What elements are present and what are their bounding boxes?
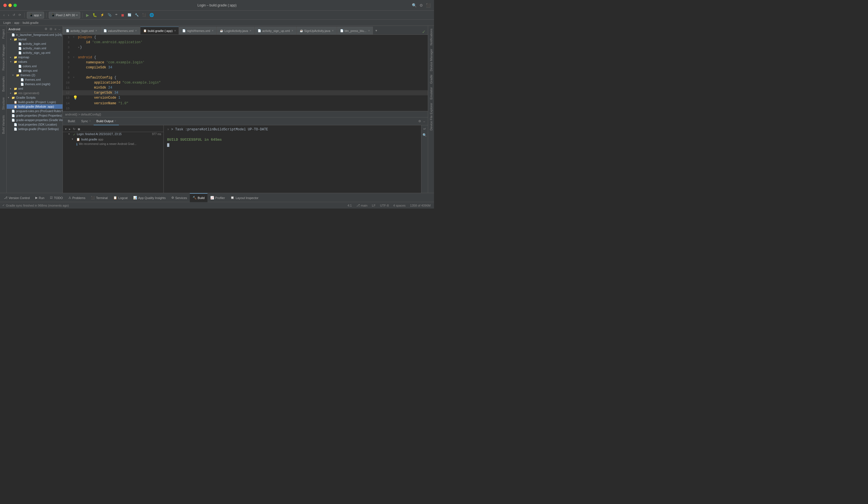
tab-close-icon[interactable]: ×	[332, 29, 334, 32]
tree-item-themes-xml[interactable]: 📄 themes.xml	[7, 78, 63, 82]
build-console[interactable]: › > Task :prepareKotlinBuildScriptModel …	[164, 125, 421, 193]
tab-build-gradle[interactable]: 📋 build.gradle (:app) ×	[140, 27, 179, 34]
structure-icon[interactable]: Structure	[2, 96, 5, 111]
footer-tab-todo[interactable]: ☑ TODO	[47, 193, 65, 202]
tree-item-settings-gradle[interactable]: 📄 settings.gradle (Project Settings)	[7, 127, 63, 131]
device-dropdown[interactable]: 📱 Pixel 2 API 30 ▾	[49, 12, 80, 19]
breadcrumb-login[interactable]: Login	[3, 21, 11, 24]
status-vcs[interactable]: ⎇ main	[355, 204, 369, 207]
fold-icon[interactable]: ▾	[73, 55, 77, 60]
build-item-login[interactable]: ▾ ✓ Login: finished At 2023/10/27, 23:15…	[63, 132, 164, 137]
resource-manager-icon[interactable]: Resource Manager	[2, 43, 5, 72]
footer-tab-layout-inspector[interactable]: 🔲 Layout Inspector	[228, 193, 261, 202]
sync-close[interactable]: ×	[89, 120, 91, 123]
stop-button[interactable]: ◼	[120, 12, 125, 18]
profile-button[interactable]: ⚡	[99, 13, 105, 17]
tree-item-build-gradle-project[interactable]: 📋 build.gradle (Project: Login)	[7, 100, 63, 104]
tree-item-gradle-properties[interactable]: 📄 gradle.properties (Project Properties)	[7, 113, 63, 118]
settings-icon[interactable]: ⚙	[420, 3, 423, 8]
tree-item-mipmap[interactable]: ▸ 📁 mipmap	[7, 55, 63, 60]
coverage-button[interactable]: ☂	[114, 13, 119, 17]
footer-tab-problems[interactable]: ⚠ Problems	[65, 193, 88, 202]
footer-tab-aqi[interactable]: 📊 App Quality Insights	[130, 193, 168, 202]
stop-build-btn[interactable]: ◼	[77, 127, 81, 131]
tree-item-build-gradle-app[interactable]: 📋 build.gradle (Module :app)	[7, 104, 63, 109]
footer-tab-terminal[interactable]: ⬛ Terminal	[88, 193, 111, 202]
tab-activity-login[interactable]: 📄 activity_login.xml ×	[63, 27, 100, 34]
tree-item-themes-night[interactable]: 📄 themes.xml (night)	[7, 82, 63, 86]
back-button[interactable]: ‹	[2, 12, 6, 18]
collapse-tree-btn[interactable]: ▸	[69, 127, 71, 131]
tree-item-colors[interactable]: 📄 colors.xml	[7, 64, 63, 69]
attach-button[interactable]: 📎	[106, 13, 113, 17]
tab-login-activity[interactable]: ☕ LoginActivity.java ×	[217, 27, 254, 34]
run-button[interactable]: ▶	[85, 12, 90, 18]
status-memory[interactable]: 1358 of 4096M	[409, 204, 432, 207]
panel-settings-btn[interactable]: ⚙	[418, 119, 422, 123]
tree-item-gradle-scripts[interactable]: ▾ 📁 Gradle Scripts	[7, 95, 63, 100]
sidebar-more-btn[interactable]: ≡	[54, 27, 56, 31]
tab-close-icon[interactable]: ×	[250, 29, 251, 32]
expand-icon[interactable]: ⬛	[426, 3, 431, 8]
tab-activity-signup[interactable]: 📄 activity_sign_up.xml ×	[255, 27, 296, 34]
tree-item-local-properties[interactable]: 📄 local.properties (SDK Location)	[7, 122, 63, 127]
tab-signup-activity[interactable]: ☕ SignUpActivity.java ×	[297, 27, 337, 34]
footer-tab-logcat[interactable]: 📋 Logcat	[111, 193, 130, 202]
maximize-button[interactable]	[13, 4, 17, 7]
build-item-info[interactable]: ℹ We recommend using a newer Android Gra…	[63, 142, 164, 147]
notifications-tab[interactable]: Notifications	[429, 27, 433, 47]
gradle-button[interactable]: 🔧	[134, 13, 140, 17]
device-file-explorer-tab[interactable]: Device File Explorer	[429, 101, 433, 132]
debug-button[interactable]: 🐛	[91, 12, 98, 18]
panel-close-btn[interactable]: –	[423, 120, 426, 123]
emulator-tab[interactable]: Emulator	[429, 85, 433, 101]
status-encoding[interactable]: UTF-8	[379, 204, 390, 207]
tree-item-res-generated[interactable]: ▸ 📁 res (generated)	[7, 91, 63, 95]
minimize-button[interactable]	[8, 4, 12, 7]
device-manager-tab[interactable]: Device Manager	[429, 47, 433, 73]
sync-tab[interactable]: Sync ×	[79, 117, 94, 125]
tab-close-icon[interactable]: ×	[135, 29, 137, 32]
forward-button[interactable]: ›	[7, 12, 10, 18]
build-output-tab[interactable]: Build Output ×	[94, 117, 119, 125]
tree-item-xml[interactable]: ▸ 📁 xml	[7, 86, 63, 91]
app-dropdown[interactable]: 📱 app ▾	[27, 12, 44, 19]
footer-tab-build[interactable]: 🔨 Build	[190, 193, 207, 202]
filter-icon[interactable]: 🔍	[422, 133, 427, 138]
footer-tab-run[interactable]: ▶ Run	[32, 193, 47, 202]
rerun-btn[interactable]: ↻	[72, 127, 76, 131]
expand-tree-btn[interactable]: ▾	[64, 127, 67, 131]
tree-item-layout[interactable]: ▾ 📁 layout	[7, 37, 63, 41]
terminal-button[interactable]: ⬛	[141, 13, 147, 17]
tab-close-icon[interactable]: ×	[368, 29, 370, 32]
status-position[interactable]: 4:1	[346, 204, 353, 207]
tab-close-icon[interactable]: ×	[212, 29, 214, 32]
tab-close-icon[interactable]: ×	[292, 29, 293, 32]
sync-button[interactable]: 🔄	[126, 13, 133, 17]
nav-button-4[interactable]: ⟳	[17, 13, 22, 17]
tab-btn-press[interactable]: 📄 btn_press_blu... ×	[337, 27, 373, 34]
footer-tab-version-control[interactable]: ⎇ Version Control	[1, 193, 32, 202]
build-output-close[interactable]: ×	[114, 120, 116, 123]
close-button[interactable]	[3, 4, 7, 7]
status-indent[interactable]: 4 spaces	[392, 204, 407, 207]
footer-tab-services[interactable]: ⚙ Services	[168, 193, 190, 202]
tree-item-ic-launcher[interactable]: 📄 ic_launcher_foreground.xml (v24)	[7, 32, 63, 37]
fold-icon[interactable]: ▾	[73, 35, 77, 40]
sidebar-collapse-btn[interactable]: –	[58, 27, 61, 31]
fold-icon[interactable]: ▾	[73, 75, 77, 80]
tree-item-proguard[interactable]: 📄 proguard-rules.pro (ProGuard Rules for…	[7, 109, 63, 113]
breadcrumb-app[interactable]: app	[14, 21, 19, 24]
refresh-button[interactable]: ↺	[11, 13, 16, 17]
build-tab[interactable]: Build:	[65, 117, 79, 125]
breadcrumb-file[interactable]: build.gradle	[23, 21, 39, 24]
footer-tab-profiler[interactable]: 📈 Profiler	[207, 193, 228, 202]
status-lf[interactable]: LF	[371, 204, 377, 207]
sidebar-settings-btn[interactable]: ⚙	[44, 27, 48, 31]
wrap-icon[interactable]: ↵	[423, 126, 427, 132]
project-icon[interactable]: Project	[2, 28, 5, 40]
tree-item-gradle-wrapper[interactable]: 📄 gradle-wrapper.properties (Gradle Vers…	[7, 118, 63, 122]
tree-item-activity-signup[interactable]: 📄 activity_sign_up.xml	[7, 50, 63, 55]
bookmarks-icon[interactable]: Bookmarks	[2, 75, 5, 93]
tree-item-activity-login[interactable]: 📄 activity_login.xml	[7, 41, 63, 46]
